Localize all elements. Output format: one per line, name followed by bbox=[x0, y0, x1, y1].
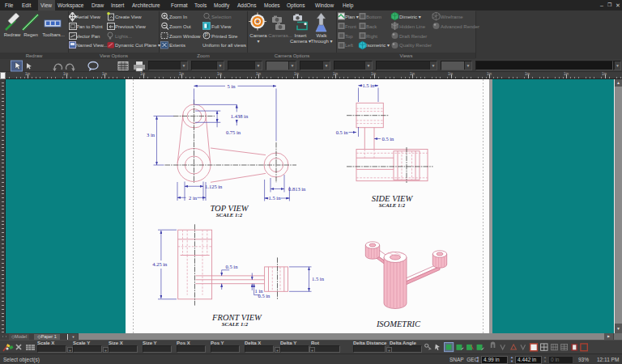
svg-text:SCALE 1:2: SCALE 1:2 bbox=[216, 212, 243, 218]
svg-text:3 in: 3 in bbox=[147, 132, 156, 138]
svg-text:2 in: 2 in bbox=[189, 195, 198, 201]
svg-text:0.5 in: 0.5 in bbox=[382, 136, 395, 142]
svg-text:5 in: 5 in bbox=[228, 83, 236, 89]
svg-text:4.25 in: 4.25 in bbox=[152, 261, 168, 267]
svg-text:ISOMETRIC: ISOMETRIC bbox=[376, 320, 421, 328]
svg-text:0.813 in: 0.813 in bbox=[288, 186, 306, 192]
svg-text:0.75 in: 0.75 in bbox=[226, 129, 241, 135]
svg-text:P: P bbox=[205, 32, 208, 38]
svg-text:SCALE 1:2: SCALE 1:2 bbox=[379, 202, 406, 208]
svg-text:1.5 in: 1.5 in bbox=[269, 195, 282, 201]
svg-text:1.125 in: 1.125 in bbox=[205, 184, 223, 189]
svg-text:1.5 in: 1.5 in bbox=[312, 276, 325, 281]
svg-text:0.5 in: 0.5 in bbox=[258, 293, 271, 298]
svg-text:SCALE 1:2: SCALE 1:2 bbox=[222, 321, 249, 327]
svg-text:1.5 in: 1.5 in bbox=[362, 83, 375, 88]
svg-text:0.5 in: 0.5 in bbox=[336, 129, 349, 135]
svg-text:1.438 in: 1.438 in bbox=[231, 113, 249, 119]
svg-text:0.5 in: 0.5 in bbox=[226, 264, 239, 269]
